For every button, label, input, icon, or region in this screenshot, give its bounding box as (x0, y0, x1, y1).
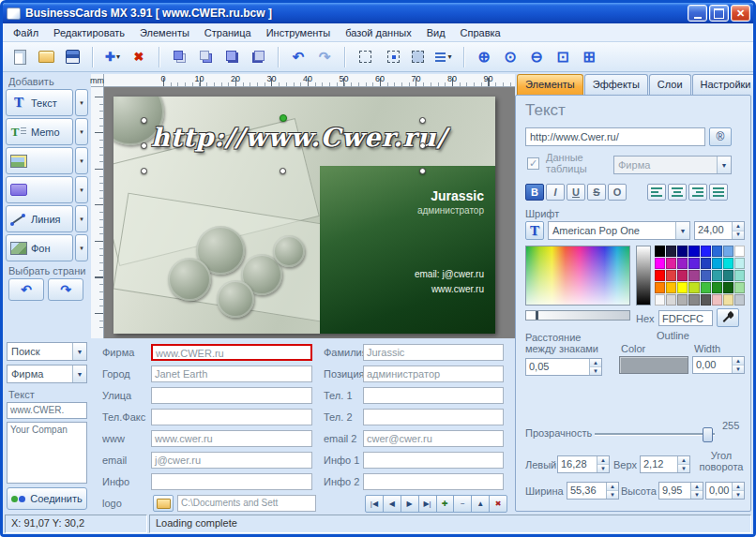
palette-color-26[interactable] (666, 282, 676, 293)
chevron-down-icon[interactable]: ▼ (675, 222, 689, 239)
lastname-field[interactable]: Jurassic (363, 344, 504, 361)
selection-handle-mid-right[interactable] (419, 142, 426, 149)
palette-color-27[interactable] (677, 282, 688, 293)
list-item-1[interactable]: Your Compan (8, 423, 86, 437)
company-field[interactable]: www.CWER.ru (151, 344, 312, 361)
spin-down-icon[interactable]: ▼ (733, 491, 744, 499)
palette-color-20[interactable] (688, 270, 699, 281)
www-field[interactable]: www.cwer.ru (151, 430, 312, 447)
nav-delete-button[interactable]: − (453, 495, 472, 513)
align-center-button[interactable] (668, 184, 687, 201)
nav-edit-button[interactable]: ▲ (471, 495, 490, 513)
palette-color-16[interactable] (734, 258, 745, 269)
tab-elements[interactable]: Элементы (517, 74, 583, 95)
format-outline-button[interactable]: O (608, 184, 627, 201)
nav-next-button[interactable]: ▶ (401, 495, 419, 513)
menu-item-4[interactable]: Страница (198, 25, 258, 40)
spin-down-icon[interactable]: ▼ (678, 465, 689, 472)
rotation-handle[interactable] (280, 114, 287, 122)
canvas-background[interactable]: Jurassic администратор email: j@cwer.ru … (104, 87, 515, 338)
palette-color-30[interactable] (712, 282, 722, 293)
menu-item-6[interactable]: базой данных (339, 25, 417, 40)
position-left-spinner[interactable]: 16,28 ▲▼ (557, 455, 610, 473)
next-page-button[interactable]: ↷ (48, 278, 83, 301)
menu-item-3[interactable]: Элементы (133, 25, 196, 40)
select-object-button[interactable] (353, 45, 377, 69)
size-height-spinner[interactable]: 9,95 ▲▼ (658, 482, 703, 500)
street-field[interactable] (151, 387, 312, 404)
add-line-button[interactable]: Линия (6, 205, 73, 232)
add-line-options-button[interactable]: ▾ (75, 205, 88, 232)
size-width-spinner[interactable]: 55,36 ▲▼ (567, 482, 619, 500)
nav-prior-button[interactable]: ◀ (383, 495, 401, 513)
format-strikethrough-button[interactable]: S (587, 184, 606, 201)
tel-fax-field[interactable] (151, 409, 312, 425)
hex-input[interactable]: FDFCFC (658, 310, 713, 326)
palette-color-25[interactable] (655, 282, 665, 293)
font-style-button[interactable] (525, 221, 544, 240)
palette-color-24[interactable] (734, 270, 745, 281)
color-gradient-picker[interactable] (525, 246, 630, 306)
close-button[interactable] (731, 5, 750, 22)
tab-effects[interactable]: Эффекты (584, 74, 648, 95)
search-mode-dropdown[interactable]: Поиск ▼ (7, 342, 87, 361)
palette-color-4[interactable] (688, 246, 699, 257)
outline-color-swatch[interactable] (619, 356, 688, 374)
bring-to-front-button[interactable] (167, 45, 191, 69)
add-rectangle-button[interactable] (6, 176, 73, 203)
zoom-in-button[interactable] (472, 45, 496, 69)
palette-color-33[interactable] (655, 294, 665, 306)
align-right-button[interactable] (688, 184, 707, 201)
palette-color-34[interactable] (666, 294, 676, 306)
add-text-options-button[interactable]: ▾ (75, 89, 88, 116)
select-area-button[interactable] (405, 45, 430, 69)
spin-down-icon[interactable]: ▼ (733, 365, 744, 373)
position-top-spinner[interactable]: 2,12 ▲▼ (640, 455, 690, 473)
position-field[interactable]: администратор (363, 365, 504, 382)
palette-color-22[interactable] (712, 270, 722, 281)
eyedropper-button[interactable] (717, 308, 739, 327)
palette-color-28[interactable] (688, 282, 699, 293)
selection-handle-bottom-left[interactable] (141, 168, 147, 174)
selection-handle-top-right[interactable] (419, 117, 426, 124)
format-italic-button[interactable]: I (546, 184, 565, 201)
palette-color-21[interactable] (701, 270, 711, 281)
spinner-arrows[interactable]: ▲▼ (732, 483, 744, 499)
spinner-arrows[interactable]: ▲▼ (597, 456, 609, 472)
zoom-normal-button[interactable] (498, 45, 522, 69)
browse-logo-button[interactable] (153, 495, 174, 512)
add-background-options-button[interactable]: ▾ (75, 234, 88, 261)
palette-color-3[interactable] (677, 246, 688, 257)
bring-forward-button[interactable] (219, 45, 244, 69)
palette-color-6[interactable] (712, 246, 722, 257)
tel-2-field[interactable] (363, 409, 504, 425)
spin-up-icon[interactable]: ▲ (733, 357, 744, 365)
palette-color-40[interactable] (734, 294, 745, 306)
spinner-arrows[interactable]: ▲▼ (690, 483, 703, 499)
add-image-button[interactable] (6, 147, 73, 174)
spinner-arrows[interactable]: ▲▼ (606, 483, 618, 499)
palette-color-38[interactable] (712, 294, 722, 306)
palette-color-12[interactable] (688, 258, 699, 269)
palette-color-14[interactable] (712, 258, 722, 269)
palette-color-10[interactable] (666, 258, 676, 269)
palette-color-13[interactable] (701, 258, 711, 269)
element-text-input[interactable]: http://www.Cwer.ru/ (525, 127, 705, 146)
palette-color-32[interactable] (734, 282, 745, 293)
tab-layers[interactable]: Слои (649, 74, 691, 95)
spin-up-icon[interactable]: ▲ (733, 483, 744, 491)
chevron-down-icon[interactable]: ▼ (72, 365, 86, 382)
spin-down-icon[interactable]: ▼ (691, 491, 703, 499)
align-justify-button[interactable] (709, 184, 728, 201)
grayscale-bar[interactable] (636, 246, 651, 306)
save-button[interactable] (60, 45, 84, 69)
chevron-down-icon[interactable]: ▼ (72, 343, 86, 360)
spinner-arrows[interactable]: ▲▼ (589, 359, 601, 375)
format-underline-button[interactable]: U (567, 184, 585, 201)
preview-button[interactable] (577, 45, 601, 69)
card-position-text[interactable]: администратор (417, 205, 484, 216)
palette-color-18[interactable] (666, 270, 676, 281)
nav-cancel-button[interactable]: ✖ (489, 495, 507, 513)
selection-handle-bottom-center[interactable] (280, 168, 286, 174)
city-field[interactable]: Janet Earth (151, 365, 312, 382)
